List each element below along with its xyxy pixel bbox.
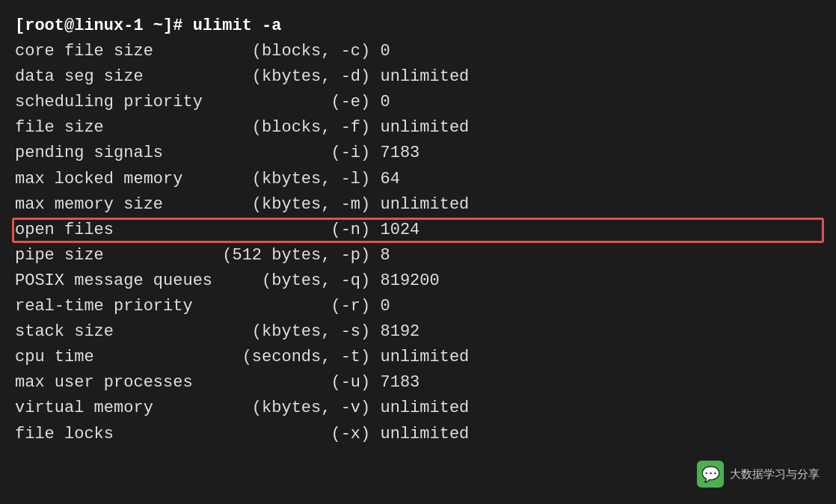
terminal-line-pipe_size: pipe size (512 bytes, -p) 8 bbox=[15, 243, 821, 268]
terminal-line-cpu_time: cpu time (seconds, -t) unlimited bbox=[15, 345, 821, 370]
terminal-line-max_memory_size: max memory size (kbytes, -m) unlimited bbox=[15, 192, 821, 218]
terminal-line-scheduling_priority: scheduling priority (-e) 0 bbox=[15, 90, 821, 115]
terminal-line-data_seg_size: data seg size (kbytes, -d) unlimited bbox=[15, 64, 821, 90]
terminal-line-core_file_size: core file size (blocks, -c) 0 bbox=[15, 39, 821, 64]
terminal-line-virtual_memory: virtual memory (kbytes, -v) unlimited bbox=[15, 396, 821, 421]
watermark-icon: 💬 bbox=[697, 461, 724, 488]
terminal-line-pending_signals: pending signals (-i) 7183 bbox=[15, 141, 821, 166]
terminal-line-stack_size: stack size (kbytes, -s) 8192 bbox=[15, 319, 821, 345]
watermark: 💬 大数据学习与分享 bbox=[697, 461, 820, 488]
watermark-text: 大数据学习与分享 bbox=[730, 465, 820, 482]
terminal-line-file_locks: file locks (-x) unlimited bbox=[15, 422, 821, 447]
terminal-line-real_time_priority: real-time priority (-r) 0 bbox=[15, 294, 821, 319]
terminal-line-max_locked_memory: max locked memory (kbytes, -l) 64 bbox=[15, 167, 821, 192]
terminal-line-file_size: file size (blocks, -f) unlimited bbox=[15, 115, 821, 141]
terminal-line-max_user_processes: max user processes (-u) 7183 bbox=[15, 370, 821, 396]
terminal-line-posix_message_queues: POSIX message queues (bytes, -q) 819200 bbox=[15, 268, 821, 294]
terminal-line-open_files: open files (-n) 1024 bbox=[15, 218, 821, 243]
terminal-line-cmd: [root@linux-1 ~]# ulimit -a bbox=[15, 13, 821, 39]
terminal-window: [root@linux-1 ~]# ulimit -acore file siz… bbox=[0, 0, 836, 504]
